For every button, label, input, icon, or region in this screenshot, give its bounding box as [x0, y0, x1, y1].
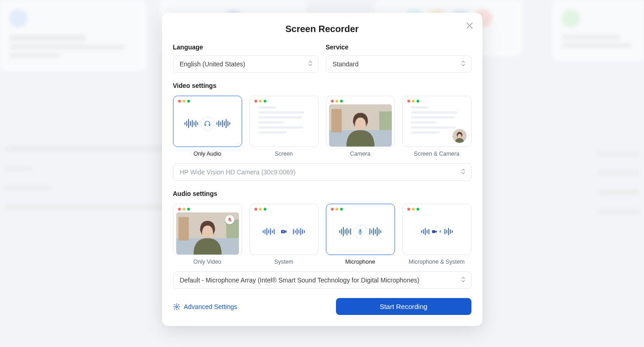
waveform-icon — [216, 119, 230, 128]
close-button[interactable] — [464, 20, 475, 31]
mic-and-system-icon — [432, 229, 442, 234]
video-option-camera[interactable]: Camera — [326, 96, 395, 157]
language-label: Language — [173, 43, 319, 51]
window-traffic-lights — [173, 204, 242, 212]
option-label: Camera — [350, 151, 370, 157]
svg-rect-5 — [379, 111, 392, 130]
audio-option-system[interactable]: System — [249, 204, 319, 265]
option-label: Screen — [275, 151, 293, 157]
option-label: Only Audio — [194, 151, 221, 157]
audio-option-microphone[interactable]: Microphone — [326, 204, 395, 265]
video-option-only-audio[interactable]: Only Audio — [173, 96, 242, 157]
waveform-icon — [184, 119, 198, 128]
waveform-icon — [339, 227, 351, 236]
window-traffic-lights — [403, 204, 471, 212]
video-options: Only Audio Screen — [173, 96, 471, 157]
start-recording-button[interactable]: Start Recording — [336, 298, 471, 315]
screen-recorder-modal: Screen Recorder Language English (United… — [162, 13, 482, 326]
camera-preview — [329, 104, 392, 146]
svg-rect-20 — [359, 229, 361, 232]
waveform-icon — [263, 228, 275, 235]
headphones-icon — [200, 117, 214, 130]
language-select[interactable]: English (United States) — [173, 55, 319, 73]
window-traffic-lights — [250, 96, 318, 104]
audio-option-only-video[interactable]: Only Video — [173, 204, 242, 265]
gear-icon — [173, 303, 180, 310]
svg-point-27 — [176, 306, 178, 308]
svg-rect-25 — [440, 230, 441, 232]
svg-rect-1 — [209, 124, 210, 126]
audio-settings-label: Audio settings — [173, 190, 471, 197]
modal-overlay: Screen Recorder Language English (United… — [0, 0, 644, 347]
waveform-icon — [293, 228, 305, 235]
svg-rect-0 — [205, 124, 206, 126]
waveform-icon — [444, 228, 453, 235]
svg-rect-4 — [331, 109, 342, 132]
window-traffic-lights — [326, 204, 395, 212]
microphone-device-value: Default - Microphone Array (Intel® Smart… — [180, 277, 420, 284]
chevron-updown-icon — [461, 60, 465, 68]
svg-marker-18 — [285, 230, 287, 233]
language-value: English (United States) — [180, 60, 245, 68]
audio-option-mic-system[interactable]: Microphone & System — [402, 204, 471, 265]
camera-device-value: HP Wide Vision HD Camera (30c9:0069) — [180, 168, 296, 176]
option-label: Microphone — [345, 259, 375, 265]
window-traffic-lights — [403, 96, 471, 104]
window-traffic-lights — [250, 204, 318, 212]
camera-device-select[interactable]: HP Wide Vision HD Camera (30c9:0069) — [173, 163, 471, 181]
waveform-icon — [369, 227, 381, 236]
close-icon — [466, 22, 473, 29]
microphone-device-select[interactable]: Default - Microphone Array (Intel® Smart… — [173, 271, 471, 289]
svg-rect-23 — [432, 230, 435, 233]
microphone-icon — [353, 225, 367, 239]
svg-marker-24 — [435, 231, 437, 233]
window-traffic-lights — [173, 96, 242, 104]
camera-pip — [452, 128, 467, 144]
document-lines-icon — [254, 104, 314, 134]
advanced-settings-label: Advanced Settings — [184, 303, 238, 310]
service-label: Service — [326, 43, 471, 51]
option-label: Microphone & System — [409, 259, 465, 265]
video-camera-icon — [277, 225, 291, 239]
audio-options: Only Video — [173, 204, 471, 265]
camera-preview — [176, 212, 239, 255]
window-traffic-lights — [326, 96, 395, 104]
video-option-screen-camera[interactable]: Screen & Camera — [402, 96, 471, 157]
chevron-updown-icon — [461, 277, 465, 284]
video-option-screen[interactable]: Screen — [249, 96, 319, 157]
chevron-updown-icon — [461, 168, 465, 176]
svg-rect-11 — [179, 217, 189, 240]
option-label: Screen & Camera — [414, 151, 459, 157]
waveform-icon — [421, 228, 429, 235]
modal-title: Screen Recorder — [173, 24, 471, 34]
option-label: Only Video — [194, 259, 222, 265]
chevron-updown-icon — [308, 60, 313, 68]
advanced-settings-link[interactable]: Advanced Settings — [173, 303, 238, 310]
service-value: Standard — [333, 60, 359, 68]
mic-muted-icon — [225, 215, 234, 224]
service-select[interactable]: Standard — [326, 55, 471, 73]
video-settings-label: Video settings — [173, 82, 471, 89]
option-label: System — [274, 259, 293, 265]
